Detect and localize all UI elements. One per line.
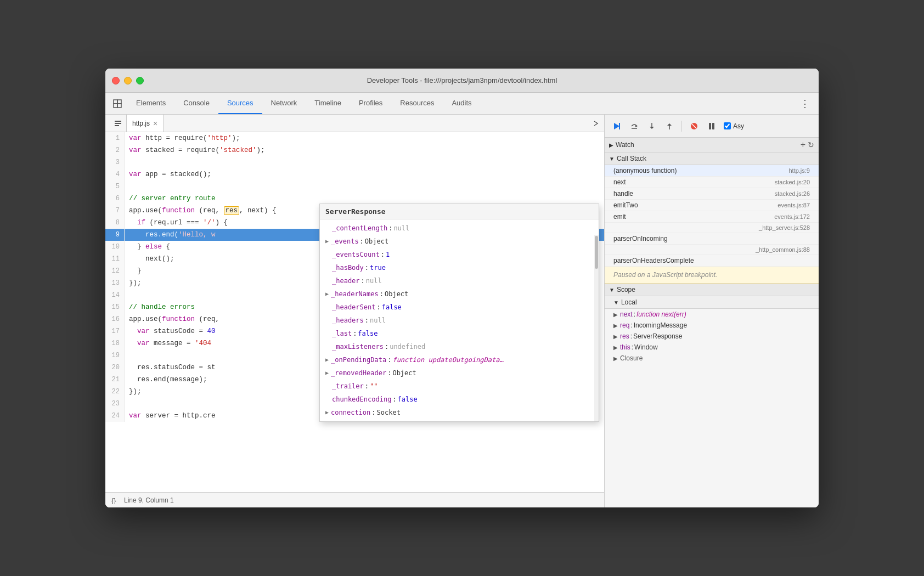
tab-network[interactable]: Network bbox=[262, 93, 306, 114]
svg-rect-2 bbox=[114, 104, 117, 108]
step-into-button[interactable] bbox=[644, 118, 660, 134]
line-number-20: 20 bbox=[105, 362, 125, 374]
line-number-23: 23 bbox=[105, 398, 125, 410]
line-number-6: 6 bbox=[105, 193, 125, 205]
line-number-5: 5 bbox=[105, 180, 125, 193]
devtools-window: Developer Tools - file:///projects/jam3n… bbox=[105, 69, 819, 507]
tab-timeline[interactable]: Timeline bbox=[306, 93, 350, 114]
code-area: 1 var http = require('http'); 2 var stac… bbox=[105, 132, 604, 492]
tab-audits[interactable]: Audits bbox=[443, 93, 480, 114]
line-number-15: 15 bbox=[105, 301, 125, 313]
svg-rect-4 bbox=[115, 121, 121, 122]
resume-button[interactable] bbox=[609, 118, 624, 134]
scope-item-res[interactable]: ▶ res : ServerResponse bbox=[605, 331, 819, 342]
call-stack-item-5[interactable]: _http_server.js:528 bbox=[605, 223, 819, 233]
scope-label: Scope bbox=[617, 286, 635, 293]
line-number-18: 18 bbox=[105, 337, 125, 349]
tooltip-row-10[interactable]: ▶ _onPendingData : function updateOutgoi… bbox=[320, 353, 599, 366]
call-stack-item-7[interactable]: _http_common.js:88 bbox=[605, 245, 819, 255]
call-stack-item-3[interactable]: emitTwo events.js:87 bbox=[605, 200, 819, 211]
call-stack-item-8[interactable]: parserOnHeadersComplete bbox=[605, 255, 819, 267]
local-label: Local bbox=[621, 298, 637, 306]
tab-bar-left bbox=[108, 93, 127, 114]
svg-marker-13 bbox=[650, 127, 654, 129]
tab-profiles[interactable]: Profiles bbox=[350, 93, 391, 114]
deactivate-breakpoints-button[interactable] bbox=[686, 118, 702, 134]
cursor-position: Line 9, Column 1 bbox=[124, 496, 174, 504]
call-fn-6: parserOnIncoming bbox=[613, 235, 668, 242]
tab-console[interactable]: Console bbox=[174, 93, 218, 114]
tab-sources[interactable]: Sources bbox=[218, 93, 262, 114]
line-number-9: 9 bbox=[105, 229, 125, 241]
scope-item-req[interactable]: ▶ req : IncomingMessage bbox=[605, 320, 819, 331]
tab-resources[interactable]: Resources bbox=[391, 93, 443, 114]
tooltip-row-0: _contentLength : null bbox=[320, 222, 599, 235]
pause-exceptions-button[interactable] bbox=[704, 118, 719, 134]
line-number-17: 17 bbox=[105, 325, 125, 337]
more-options-icon[interactable]: ⋮ bbox=[798, 95, 812, 112]
scope-item-next[interactable]: ▶ next : function next(err) bbox=[605, 309, 819, 320]
call-stack-section-header[interactable]: ▼ Call Stack bbox=[605, 153, 819, 165]
tooltip-popup: ServerResponse _contentLength : null ▶ bbox=[319, 204, 599, 422]
tooltip-row-5[interactable]: ▶ _headerNames : Object bbox=[320, 287, 599, 301]
main-content: http.js × 1 var http = require('http'); bbox=[105, 115, 819, 507]
svg-marker-8 bbox=[614, 123, 619, 129]
line-number-19: 19 bbox=[105, 349, 125, 362]
line-number-4: 4 bbox=[105, 168, 125, 180]
window-title: Developer Tools - file:///projects/jam3n… bbox=[367, 76, 557, 84]
code-line-6: 6 // server entry route bbox=[105, 193, 604, 205]
line-number-12: 12 bbox=[105, 265, 125, 277]
call-stack-item-0[interactable]: (anonymous function) http.js:9 bbox=[605, 165, 819, 177]
call-fn-3: emitTwo bbox=[613, 201, 638, 209]
tooltip-scrollbar[interactable] bbox=[594, 235, 599, 421]
call-stack-item-2[interactable]: handle stacked.js:26 bbox=[605, 188, 819, 200]
async-checkbox[interactable] bbox=[724, 122, 731, 129]
fullscreen-button[interactable] bbox=[136, 77, 144, 84]
call-file-5: _http_server.js:528 bbox=[759, 224, 810, 231]
scope-item-closure[interactable]: ▶ Closure bbox=[605, 353, 819, 364]
call-file-3: events.js:87 bbox=[777, 202, 810, 208]
scope-item-this[interactable]: ▶ this : Window bbox=[605, 342, 819, 353]
call-stack-item-4[interactable]: emit events.js:172 bbox=[605, 211, 819, 223]
debug-toolbar: Asy bbox=[605, 115, 819, 138]
tooltip-row-11[interactable]: ▶ _removedHeader : Object bbox=[320, 366, 599, 380]
step-over-button[interactable] bbox=[627, 118, 642, 134]
refresh-watch-button[interactable]: ↻ bbox=[808, 140, 814, 149]
paused-banner: Paused on a JavaScript breakpoint. bbox=[605, 267, 819, 284]
svg-text:{}: {} bbox=[111, 496, 116, 504]
step-out-button[interactable] bbox=[662, 118, 677, 134]
file-tab-toggle[interactable] bbox=[110, 115, 126, 132]
braces-icon[interactable]: {} bbox=[111, 496, 120, 505]
line-number-8: 8 bbox=[105, 217, 125, 229]
call-stack-item-6[interactable]: parserOnIncoming bbox=[605, 233, 819, 245]
watch-section-header[interactable]: ▶ Watch + ↻ bbox=[605, 138, 819, 153]
tab-bar-right: ⋮ bbox=[793, 93, 816, 114]
line-content-3 bbox=[125, 156, 604, 168]
minimize-button[interactable] bbox=[124, 77, 132, 84]
call-stack-label: Call Stack bbox=[617, 155, 646, 162]
add-watch-button[interactable]: + bbox=[801, 140, 805, 150]
inspect-icon[interactable] bbox=[112, 98, 123, 109]
tooltip-row-12: _trailer : "" bbox=[320, 380, 599, 393]
line-content-5 bbox=[125, 180, 604, 193]
tab-bar: Elements Console Sources Network Timelin… bbox=[105, 93, 819, 115]
call-fn-0: (anonymous function) bbox=[613, 167, 677, 174]
tooltip-row-14[interactable]: ▶ connection : Socket bbox=[320, 406, 599, 419]
call-file-1: stacked.js:20 bbox=[775, 179, 810, 185]
tooltip-row-1[interactable]: ▶ _events : Object bbox=[320, 235, 599, 248]
tooltip-row-3: _hasBody : true bbox=[320, 261, 599, 274]
call-fn-4: emit bbox=[613, 213, 626, 221]
tab-elements[interactable]: Elements bbox=[127, 93, 174, 114]
close-button[interactable] bbox=[112, 77, 120, 84]
tabs: Elements Console Sources Network Timelin… bbox=[127, 93, 793, 114]
call-file-7: _http_common.js:88 bbox=[756, 246, 810, 253]
traffic-lights bbox=[112, 77, 144, 84]
file-tab-http[interactable]: http.js × bbox=[126, 115, 164, 132]
call-stack-item-1[interactable]: next stacked.js:20 bbox=[605, 177, 819, 188]
local-section-header[interactable]: ▼ Local bbox=[605, 296, 819, 309]
scope-section-header[interactable]: ▼ Scope bbox=[605, 284, 819, 296]
svg-rect-9 bbox=[619, 123, 620, 129]
file-tab-forward[interactable] bbox=[588, 115, 604, 132]
file-tab-close[interactable]: × bbox=[153, 120, 157, 127]
svg-rect-1 bbox=[117, 100, 121, 104]
